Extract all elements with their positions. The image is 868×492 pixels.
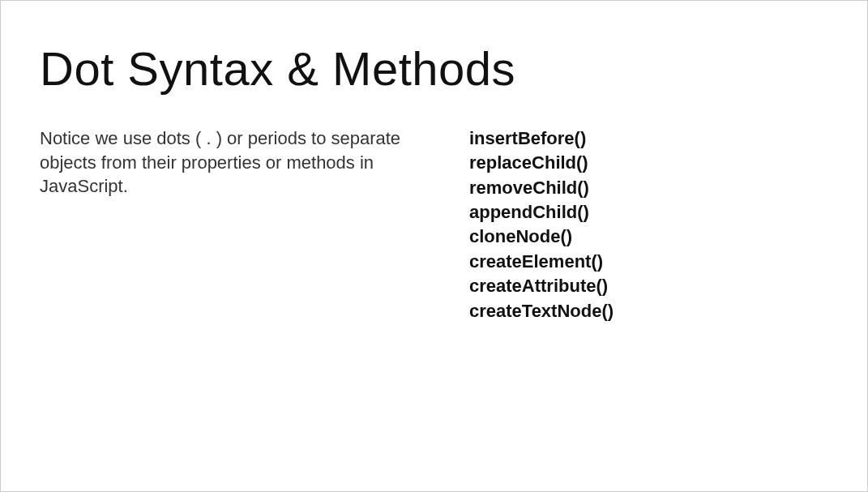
slide-title: Dot Syntax & Methods <box>40 41 828 96</box>
method-item: appendChild() <box>469 200 828 225</box>
content-columns: Notice we use dots ( . ) or periods to s… <box>40 126 828 323</box>
method-item: replaceChild() <box>469 151 828 175</box>
method-item: createTextNode() <box>469 299 828 323</box>
right-column: insertBefore() replaceChild() removeChil… <box>453 126 828 323</box>
method-list: insertBefore() replaceChild() removeChil… <box>469 126 828 323</box>
method-item: createElement() <box>469 250 828 274</box>
slide-container: Dot Syntax & Methods Notice we use dots … <box>1 1 867 491</box>
description-text: Notice we use dots ( . ) or periods to s… <box>40 126 421 199</box>
left-column: Notice we use dots ( . ) or periods to s… <box>40 126 421 323</box>
method-item: insertBefore() <box>469 126 828 151</box>
method-item: createAttribute() <box>469 274 828 298</box>
method-item: cloneNode() <box>469 225 828 249</box>
method-item: removeChild() <box>469 176 828 200</box>
